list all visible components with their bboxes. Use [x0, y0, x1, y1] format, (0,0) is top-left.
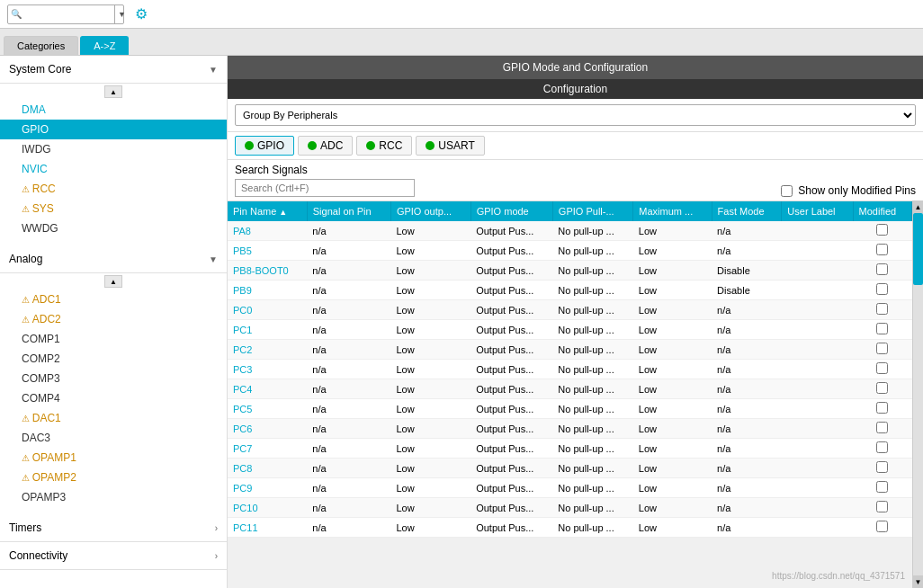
analog-label: Analog [9, 253, 42, 265]
cell-modified[interactable] [853, 261, 911, 281]
scroll-track[interactable] [913, 213, 923, 575]
sidebar-item-comp4[interactable]: COMP4 [0, 388, 227, 408]
ptab-adc[interactable]: ADC [298, 136, 353, 156]
th-maximum[interactable]: Maximum ... [633, 201, 712, 221]
sidebar-item-dma[interactable]: DMA [0, 100, 227, 120]
sidebar-item-dac3[interactable]: DAC3 [0, 428, 227, 448]
cell-modified[interactable] [853, 320, 911, 340]
search-dropdown-arrow[interactable]: ▼ [114, 5, 129, 23]
table-row[interactable]: PC1 n/a Low Output Pus... No pull-up ...… [228, 320, 912, 340]
sidebar-section-connectivity[interactable]: Connectivity › [0, 542, 227, 570]
cell-user-label [782, 478, 853, 498]
cell-modified[interactable] [853, 221, 911, 241]
cell-signal-on-pin: n/a [307, 419, 390, 439]
ptab-usart[interactable]: USART [416, 136, 484, 156]
table-row[interactable]: PC3 n/a Low Output Pus... No pull-up ...… [228, 360, 912, 379]
cell-modified[interactable] [853, 399, 911, 419]
cell-modified[interactable] [853, 300, 911, 320]
table-row[interactable]: PC9 n/a Low Output Pus... No pull-up ...… [228, 478, 912, 498]
scroll-thumb[interactable] [913, 213, 923, 285]
cell-fast-mode: n/a [712, 340, 782, 360]
scroll-up-btn[interactable]: ▲ [104, 85, 122, 98]
tab-az[interactable]: A->Z [80, 36, 129, 55]
sidebar-item-opamp3[interactable]: OPAMP3 [0, 487, 227, 507]
th-gpio-output[interactable]: GPIO outp... [390, 201, 470, 221]
cell-gpio-output: Low [390, 419, 470, 439]
sidebar-item-opamp1[interactable]: OPAMP1 [0, 448, 227, 468]
table-row[interactable]: PC6 n/a Low Output Pus... No pull-up ...… [228, 419, 912, 439]
cell-modified[interactable] [853, 281, 911, 300]
sidebar-item-gpio[interactable]: GPIO [0, 120, 227, 139]
table-row[interactable]: PC2 n/a Low Output Pus... No pull-up ...… [228, 340, 912, 360]
table-row[interactable]: PB5 n/a Low Output Pus... No pull-up ...… [228, 241, 912, 261]
cell-signal-on-pin: n/a [307, 241, 390, 261]
cell-modified[interactable] [853, 439, 911, 459]
table-row[interactable]: PB9 n/a Low Output Pus... No pull-up ...… [228, 281, 912, 300]
sidebar-item-sys[interactable]: SYS [0, 199, 227, 218]
group-by-select[interactable]: Group By Peripherals Group By GPIO Group… [235, 104, 916, 126]
sort-arrow-pin-name: ▲ [279, 208, 287, 217]
show-modified-checkbox[interactable] [781, 185, 793, 197]
table-row[interactable]: PC0 n/a Low Output Pus... No pull-up ...… [228, 300, 912, 320]
cell-gpio-pull: No pull-up ... [552, 459, 632, 478]
th-gpio-mode[interactable]: GPIO mode [470, 201, 552, 221]
sidebar-item-rcc[interactable]: RCC [0, 179, 227, 199]
th-pin-name[interactable]: Pin Name ▲ [228, 201, 307, 221]
th-gpio-pull[interactable]: GPIO Pull-... [552, 201, 632, 221]
cell-pin-name: PC5 [228, 399, 307, 419]
ptab-rcc[interactable]: RCC [356, 136, 412, 156]
scroll-up-arrow[interactable]: ▲ [913, 200, 923, 213]
cell-modified[interactable] [853, 478, 911, 498]
tab-categories[interactable]: Categories [4, 36, 78, 55]
cell-modified[interactable] [853, 498, 911, 518]
search-icon: 🔍 [8, 9, 24, 19]
gear-icon[interactable]: ⚙ [135, 5, 148, 22]
scroll-down-arrow[interactable]: ▼ [913, 575, 923, 588]
cell-gpio-mode: Output Pus... [470, 459, 552, 478]
cell-modified[interactable] [853, 459, 911, 478]
sidebar-item-adc1[interactable]: ADC1 [0, 290, 227, 309]
gpio-table-wrapper[interactable]: Pin Name ▲ Signal on Pin GPIO outp... GP… [228, 200, 912, 588]
cell-maximum: Low [633, 439, 712, 459]
signal-search-input[interactable] [235, 179, 415, 197]
table-row[interactable]: PC11 n/a Low Output Pus... No pull-up ..… [228, 518, 912, 538]
sidebar-item-wwdg[interactable]: WWDG [0, 218, 227, 238]
search-input[interactable] [24, 7, 114, 22]
cell-modified[interactable] [853, 340, 911, 360]
table-row[interactable]: PC7 n/a Low Output Pus... No pull-up ...… [228, 439, 912, 459]
th-user-label[interactable]: User Label [782, 201, 853, 221]
table-row[interactable]: PC10 n/a Low Output Pus... No pull-up ..… [228, 498, 912, 518]
sidebar-section-timers[interactable]: Timers › [0, 514, 227, 542]
ptab-gpio[interactable]: GPIO [235, 136, 294, 156]
sidebar-item-dac1[interactable]: DAC1 [0, 408, 227, 428]
cell-maximum: Low [633, 518, 712, 538]
th-fast-mode[interactable]: Fast Mode [712, 201, 782, 221]
sidebar-section-system-core[interactable]: System Core ▼ [0, 56, 227, 84]
cell-pin-name: PC4 [228, 379, 307, 399]
cell-modified[interactable] [853, 419, 911, 439]
table-row[interactable]: PC5 n/a Low Output Pus... No pull-up ...… [228, 399, 912, 419]
sidebar-item-adc2[interactable]: ADC2 [0, 309, 227, 329]
sidebar-item-comp1[interactable]: COMP1 [0, 329, 227, 349]
cell-modified[interactable] [853, 379, 911, 399]
sidebar-item-opamp2[interactable]: OPAMP2 [0, 468, 227, 487]
table-row[interactable]: PC8 n/a Low Output Pus... No pull-up ...… [228, 459, 912, 478]
cell-modified[interactable] [853, 518, 911, 538]
th-signal-on-pin[interactable]: Signal on Pin [307, 201, 390, 221]
table-row[interactable]: PC4 n/a Low Output Pus... No pull-up ...… [228, 379, 912, 399]
peripheral-tabs: GPIO ADC RCC USART [228, 132, 923, 160]
sidebar-section-analog[interactable]: Analog ▼ [0, 245, 227, 273]
cell-modified[interactable] [853, 360, 911, 379]
cell-signal-on-pin: n/a [307, 518, 390, 538]
sidebar-item-nvic[interactable]: NVIC [0, 159, 227, 179]
cell-modified[interactable] [853, 241, 911, 261]
cell-gpio-output: Low [390, 399, 470, 419]
search-box[interactable]: 🔍 ▼ [7, 4, 124, 24]
analog-scroll-up-btn[interactable]: ▲ [104, 275, 122, 288]
table-row[interactable]: PA8 n/a Low Output Pus... No pull-up ...… [228, 221, 912, 241]
th-modified[interactable]: Modified [853, 201, 911, 221]
table-row[interactable]: PB8-BOOT0 n/a Low Output Pus... No pull-… [228, 261, 912, 281]
sidebar-item-iwdg[interactable]: IWDG [0, 139, 227, 159]
sidebar-item-comp2[interactable]: COMP2 [0, 349, 227, 369]
sidebar-item-comp3[interactable]: COMP3 [0, 369, 227, 388]
